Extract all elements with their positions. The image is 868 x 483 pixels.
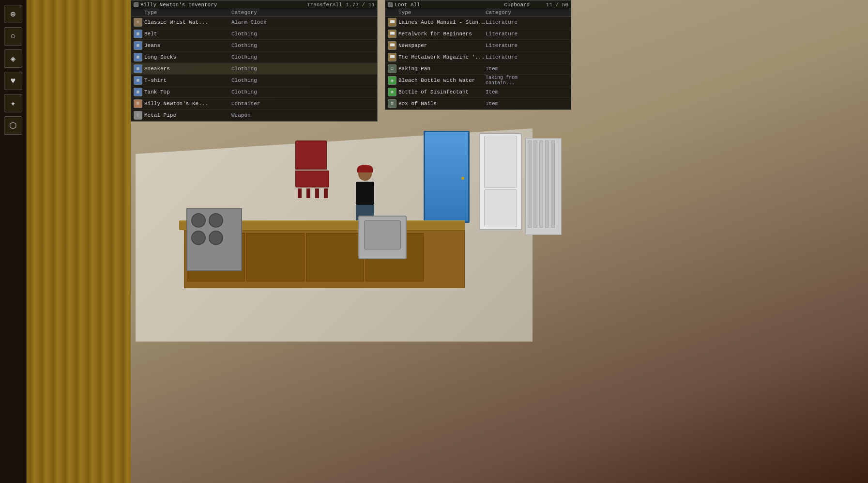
health-icon[interactable]: ⊕ — [4, 5, 22, 23]
item-icon: ◉ — [388, 76, 396, 85]
left-col-category: Category — [231, 10, 289, 16]
transfer-all-button[interactable]: TransferAll — [307, 2, 342, 8]
chair-seat — [295, 171, 329, 187]
item-icon: 📖 — [388, 41, 396, 50]
table-row[interactable]: ▦ Tank Top Clothing — [131, 86, 377, 98]
right-col-type: Type — [398, 10, 486, 16]
right-panel-container: Cupboard — [504, 2, 544, 8]
table-row[interactable]: 📖 Laines Auto Manual - Stan... Literatur… — [385, 16, 571, 28]
item-icon: ▦ — [134, 41, 142, 50]
item-icon: ◻ — [388, 64, 396, 73]
door — [424, 131, 470, 223]
left-wall — [27, 0, 131, 483]
crafting-icon[interactable]: ✦ — [4, 94, 22, 112]
item-icon: ▦ — [134, 64, 142, 73]
left-inventory-panel: Billy Newton's Inventory TransferAll 1.7… — [131, 0, 378, 122]
stove — [186, 208, 242, 271]
chair-legs — [295, 188, 329, 198]
right-panel-close[interactable] — [388, 2, 393, 7]
radiator-fins — [526, 139, 561, 230]
char-head — [358, 167, 372, 181]
table-row[interactable]: ▦ Long Socks Clothing — [131, 51, 377, 63]
table-row[interactable]: 📖 The Metalwork Magazine '... Literature — [385, 51, 571, 63]
fridge — [479, 133, 522, 230]
table-row[interactable]: ▦ Belt Clothing — [131, 28, 377, 40]
fridge-top — [484, 136, 517, 188]
table-row[interactable]: | Metal Pipe Weapon — [131, 109, 377, 121]
table-row[interactable]: ◉ Bottle of Disinfectant Item — [385, 86, 571, 98]
sink — [358, 216, 407, 259]
item-icon: 📖 — [388, 30, 396, 38]
item-icon: ⊡ — [388, 99, 396, 108]
chair-back — [295, 140, 327, 170]
heart-icon[interactable]: ♥ — [4, 72, 22, 90]
stove-burners — [187, 209, 241, 249]
char-cap — [357, 165, 373, 172]
item-icon: ▦ — [134, 30, 142, 38]
loot-all-button[interactable]: Loot All — [395, 2, 434, 8]
item-icon: ▦ — [134, 53, 142, 62]
item-icon: ⊙ — [134, 18, 142, 27]
right-panel-actions: 11 / 50 — [546, 2, 568, 8]
left-panel-title: Billy Newton's Inventory — [140, 2, 305, 8]
item-icon: ▦ — [134, 76, 142, 85]
right-count-display: 11 / 50 — [546, 2, 568, 8]
left-panel-header: Billy Newton's Inventory TransferAll 1.7… — [131, 0, 377, 9]
right-col-category: Category — [486, 10, 544, 16]
right-inventory-panel: Loot All Cupboard 11 / 50 Type Category … — [385, 0, 571, 110]
left-col-type: Type — [144, 10, 231, 16]
left-sidebar: ⊕ ○ ◈ ♥ ✦ ⬡ — [0, 0, 27, 483]
left-panel-close[interactable] — [134, 2, 138, 7]
fridge-bottom — [484, 189, 517, 227]
left-panel-actions: TransferAll 1.77 / 11 — [307, 2, 375, 8]
table-row[interactable]: ◻ Baking Pan Item — [385, 63, 571, 75]
inventory-icon[interactable]: ◈ — [4, 49, 22, 68]
radiator — [525, 138, 562, 235]
table-row[interactable]: ▦ Sneakers Clothing — [131, 63, 377, 75]
right-panel-header: Loot All Cupboard 11 / 50 — [385, 0, 571, 9]
table-row[interactable]: 📖 Newspaper Literature — [385, 40, 571, 51]
item-icon: ⊞ — [134, 99, 142, 108]
item-icon: | — [134, 111, 142, 120]
sink-basin — [364, 220, 401, 249]
item-icon: ◉ — [388, 88, 396, 96]
item-icon: ▦ — [134, 88, 142, 96]
table-row[interactable]: ▦ T-shirt Clothing — [131, 75, 377, 86]
table-row[interactable]: ◉ Bleach Bottle with Water Taking from c… — [385, 75, 571, 86]
door-handle — [461, 177, 464, 180]
char-body — [356, 182, 374, 205]
chair — [295, 140, 329, 198]
table-row[interactable]: ⊙ Classic Wrist Wat... Alarm Clock — [131, 16, 377, 28]
map-icon[interactable]: ○ — [4, 27, 22, 46]
right-col-headers: Type Category — [385, 9, 571, 16]
left-inventory-list[interactable]: ⊙ Classic Wrist Wat... Alarm Clock ▦ Bel… — [131, 16, 377, 121]
table-row[interactable]: ⊡ Box of Nails Item — [385, 98, 571, 109]
right-inventory-list[interactable]: 📖 Laines Auto Manual - Stan... Literatur… — [385, 16, 571, 109]
table-row[interactable]: ▦ Jeans Clothing — [131, 40, 377, 51]
debug-icon[interactable]: ⬡ — [4, 116, 22, 135]
table-row[interactable]: ⊞ Billy Newton's Ke... Container — [131, 98, 377, 109]
item-icon: 📖 — [388, 53, 396, 62]
item-icon: 📖 — [388, 18, 396, 27]
weight-display: 1.77 / 11 — [346, 2, 375, 8]
left-col-headers: Type Category — [131, 9, 377, 16]
table-row[interactable]: 📖 Metalwork for Beginners Literature — [385, 28, 571, 40]
